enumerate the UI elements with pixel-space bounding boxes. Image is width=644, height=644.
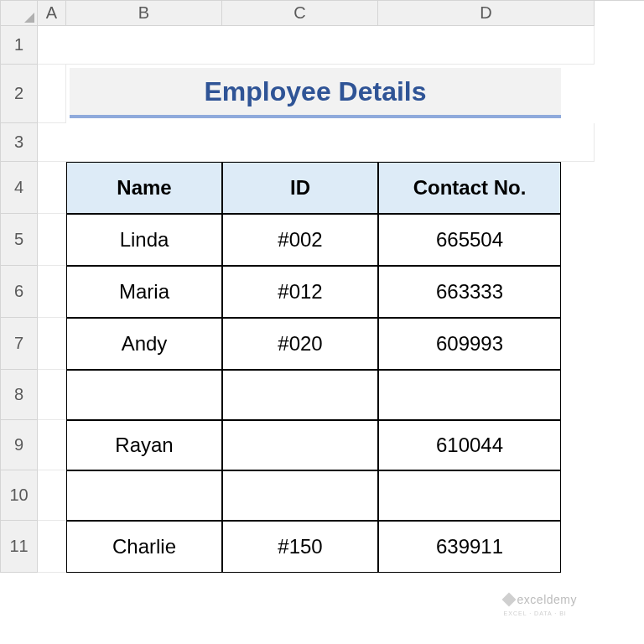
table-row[interactable]: Maria [66,266,222,318]
col-header-A[interactable]: A [38,1,66,26]
cell-A8[interactable] [38,370,66,420]
watermark-tag: EXCEL · DATA · BI [504,610,567,616]
table-row[interactable]: 610044 [378,420,561,470]
table-header-name[interactable]: Name [66,162,222,214]
cell-A5[interactable] [38,214,66,266]
table-row[interactable]: Andy [66,318,222,370]
watermark: exceldemy EXCEL · DATA · BI [504,594,577,617]
row-header-11[interactable]: 11 [1,521,38,573]
col-header-D[interactable]: D [378,1,595,26]
table-row[interactable] [66,370,222,420]
table-row[interactable]: 609993 [378,318,561,370]
row-header-2[interactable]: 2 [1,65,38,123]
cell-row1[interactable] [38,26,595,65]
row-header-8[interactable]: 8 [1,370,38,420]
table-header-id[interactable]: ID [222,162,378,214]
table-row[interactable]: Rayan [66,420,222,470]
table-row[interactable] [222,470,378,521]
row-header-5[interactable]: 5 [1,214,38,266]
cell-A9[interactable] [38,420,66,470]
table-row[interactable] [66,470,222,521]
table-header-contact[interactable]: Contact No. [378,162,561,214]
cell-A10[interactable] [38,470,66,521]
table-row[interactable] [378,470,561,521]
table-row[interactable] [222,370,378,420]
row-header-3[interactable]: 3 [1,123,38,162]
cell-row3[interactable] [38,123,595,162]
cell-A7[interactable] [38,318,66,370]
select-all-corner[interactable] [1,1,38,26]
cell-A4[interactable] [38,162,66,214]
table-row[interactable]: #002 [222,214,378,266]
cell-A11[interactable] [38,521,66,573]
row-header-9[interactable]: 9 [1,420,38,470]
cell-A6[interactable] [38,266,66,318]
cell-A2[interactable] [38,65,66,123]
table-row[interactable]: 639911 [378,521,561,573]
table-row[interactable]: Charlie [66,521,222,573]
table-row[interactable]: Linda [66,214,222,266]
table-row[interactable] [378,370,561,420]
table-row[interactable]: 663333 [378,266,561,318]
table-row[interactable]: #012 [222,266,378,318]
col-header-B[interactable]: B [66,1,222,26]
row-header-7[interactable]: 7 [1,318,38,370]
row-header-1[interactable]: 1 [1,26,38,65]
table-row[interactable] [222,420,378,470]
row-header-6[interactable]: 6 [1,266,38,318]
logo-icon [501,593,516,607]
spreadsheet-grid: A B C D 1 2 Employee Details 3 4 Name ID… [0,0,644,573]
row-header-4[interactable]: 4 [1,162,38,214]
page-title: Employee Details [70,68,561,118]
watermark-brand: exceldemy [517,593,577,606]
table-row[interactable]: #150 [222,521,378,573]
col-header-C[interactable]: C [222,1,378,26]
table-row[interactable]: 665504 [378,214,561,266]
row-header-10[interactable]: 10 [1,470,38,521]
table-row[interactable]: #020 [222,318,378,370]
